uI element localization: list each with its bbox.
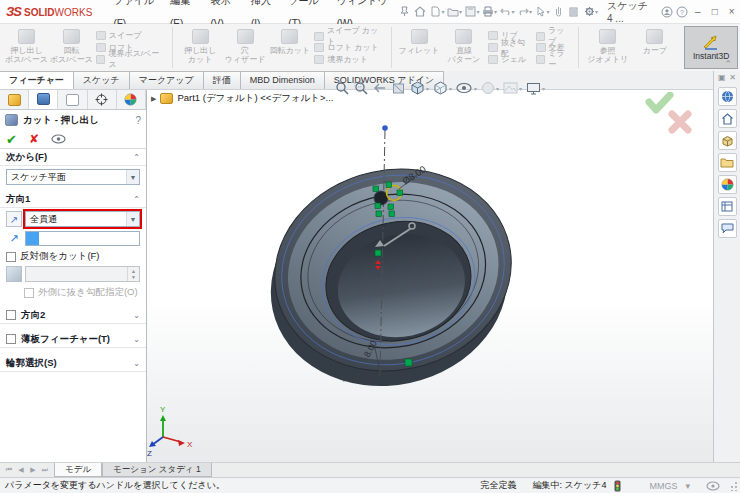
- print-icon[interactable]: [482, 4, 495, 20]
- fillet-button[interactable]: フィレット: [397, 26, 442, 69]
- open-dropdown-icon[interactable]: ▾: [459, 8, 462, 15]
- thin-feature-checkbox[interactable]: [6, 334, 16, 344]
- axis-endpoint[interactable]: [382, 125, 388, 131]
- feature-tree-tab[interactable]: [0, 90, 29, 109]
- lofted-cut-button[interactable]: ロフト カット: [314, 42, 383, 54]
- tab-markup[interactable]: マークアップ: [129, 71, 204, 89]
- motion-study-tab[interactable]: モーション スタディ 1: [102, 463, 212, 477]
- options-gear-icon[interactable]: [582, 4, 595, 20]
- custom-properties-icon[interactable]: [718, 197, 737, 216]
- from-section-header[interactable]: 次から(F) ⌃: [0, 149, 146, 166]
- units-dropdown-icon[interactable]: ▾: [685, 481, 690, 491]
- cancel-button[interactable]: ✘: [29, 132, 39, 146]
- pin-menu-icon[interactable]: [398, 4, 411, 20]
- extruded-boss-button[interactable]: 押し出し ボス/ベース: [4, 26, 49, 69]
- boundary-boss-button[interactable]: 境界ボス/ベース: [96, 53, 165, 65]
- mirror-button[interactable]: ミラー: [536, 53, 572, 65]
- reverse-direction-button[interactable]: ↗: [6, 211, 22, 227]
- last-tab-icon[interactable]: ⏭: [39, 466, 51, 474]
- hole-wizard-button[interactable]: 穴 ウィザード: [223, 26, 268, 69]
- direction1-collapse-chevron[interactable]: ⌃: [133, 195, 140, 204]
- flip-side-checkbox-row[interactable]: 反対側をカット(F): [6, 250, 140, 263]
- search-doc-label[interactable]: スケッチ4 ...: [607, 0, 651, 24]
- selected-contours-section-header[interactable]: 輪郭選択(S) ⌄: [0, 355, 146, 372]
- save-dropdown-icon[interactable]: ▾: [476, 8, 479, 15]
- redo-dropdown-icon[interactable]: ▾: [529, 8, 532, 15]
- open-icon[interactable]: [447, 4, 460, 20]
- graphics-viewport[interactable]: ▶ Part1 (デフォルト) <<デフォルト>... ▾ ▾ ▾ ▾ ▾ ▾: [147, 90, 713, 470]
- undo-dropdown-icon[interactable]: ▾: [511, 8, 514, 15]
- direction2-section-header[interactable]: 方向2 ⌄: [0, 307, 146, 324]
- quick-tips-icon[interactable]: [706, 481, 720, 491]
- draft-angle-spinbox[interactable]: ▲▼: [25, 266, 140, 282]
- depth-handle[interactable]: [375, 250, 381, 256]
- taskpane-pin-icon[interactable]: ▣: [718, 73, 726, 82]
- model-canvas[interactable]: Ø8.00 8.00 Y X Z: [147, 90, 713, 470]
- prev-tab-icon[interactable]: ◀: [15, 466, 27, 474]
- linear-pattern-button[interactable]: 直線 パターン: [441, 26, 486, 69]
- preview-eye-icon[interactable]: [51, 134, 66, 144]
- resize-grip[interactable]: [728, 481, 738, 491]
- tab-nav-buttons[interactable]: ⏮ ◀ ▶ ⏭: [0, 463, 54, 477]
- help-icon[interactable]: ?: [675, 4, 688, 20]
- new-document-icon[interactable]: [429, 4, 442, 20]
- attachment-icon[interactable]: [552, 4, 565, 20]
- pm-help-icon[interactable]: ?: [135, 115, 141, 126]
- revolved-boss-button[interactable]: 回転 ボス/ベース: [49, 26, 94, 69]
- configuration-manager-tab[interactable]: [58, 90, 87, 109]
- save-icon[interactable]: [464, 4, 477, 20]
- display-manager-tab[interactable]: [117, 90, 146, 109]
- dimxpert-tab[interactable]: [88, 90, 117, 109]
- select-cursor-icon[interactable]: [534, 4, 547, 20]
- units-indicator[interactable]: MMGS: [649, 481, 677, 491]
- flip-side-checkbox[interactable]: [6, 252, 16, 262]
- direction1-section-header[interactable]: 方向1 ⌃: [0, 191, 146, 208]
- end-condition-dropdown-icon[interactable]: ▼: [126, 212, 139, 226]
- appearances-scenes-icon[interactable]: [718, 175, 737, 194]
- design-library-icon[interactable]: [718, 109, 737, 128]
- boundary-cut-button[interactable]: 境界カット: [314, 54, 383, 66]
- from-dropdown-icon[interactable]: ▼: [126, 170, 139, 184]
- home-icon[interactable]: [414, 4, 427, 20]
- account-icon[interactable]: [660, 4, 673, 20]
- select-dropdown-icon[interactable]: ▾: [546, 8, 549, 15]
- minimize-button[interactable]: –: [689, 6, 706, 17]
- undo-icon[interactable]: [499, 4, 512, 20]
- tab-sketch[interactable]: スケッチ: [73, 71, 130, 89]
- forum-icon[interactable]: [718, 219, 737, 238]
- draft-button[interactable]: 抜き勾配: [488, 42, 531, 54]
- edge-handle[interactable]: [405, 359, 412, 366]
- from-condition-select[interactable]: スケッチ平面 ▼: [6, 169, 140, 185]
- property-manager-tab[interactable]: [29, 90, 58, 109]
- first-tab-icon[interactable]: ⏮: [3, 466, 15, 474]
- direction2-checkbox[interactable]: [6, 310, 16, 320]
- swept-cut-button[interactable]: スイープ カット: [314, 30, 383, 42]
- swept-boss-button[interactable]: スイープ: [96, 30, 165, 42]
- ribbon-collapse-chevron[interactable]: ⌃: [724, 59, 732, 69]
- tab-mbd-dimension[interactable]: MBD Dimension: [240, 71, 325, 89]
- maximize-button[interactable]: □: [706, 6, 723, 17]
- tab-features[interactable]: フィーチャー: [0, 71, 74, 89]
- thin-feature-expand-chevron[interactable]: ⌄: [133, 335, 140, 344]
- thin-feature-section-header[interactable]: 薄板フィーチャー(T) ⌄: [0, 331, 146, 348]
- print-dropdown-icon[interactable]: ▾: [494, 8, 497, 15]
- shell-button[interactable]: シェル: [488, 54, 531, 66]
- revolved-cut-button[interactable]: 回転カット: [267, 26, 312, 69]
- end-condition-select[interactable]: 全貫通 ▼: [25, 211, 140, 227]
- spinner-arrows[interactable]: ▲▼: [127, 267, 139, 281]
- redo-icon[interactable]: [517, 4, 530, 20]
- model-tab[interactable]: モデル: [54, 463, 102, 477]
- selected-contours-expand-chevron[interactable]: ⌄: [133, 359, 140, 368]
- file-explorer-icon[interactable]: [718, 153, 737, 172]
- next-tab-icon[interactable]: ▶: [27, 466, 39, 474]
- taskpane-close-icon[interactable]: ✕: [729, 73, 736, 82]
- from-collapse-chevron[interactable]: ⌃: [133, 153, 140, 162]
- close-button[interactable]: ×: [723, 6, 740, 17]
- options-dropdown-icon[interactable]: ▾: [595, 8, 598, 15]
- wrap-button[interactable]: ラップ: [536, 30, 572, 42]
- direction-reference-field[interactable]: [25, 231, 140, 246]
- tab-evaluate[interactable]: 評価: [203, 71, 241, 89]
- new-dropdown-icon[interactable]: ▾: [441, 8, 444, 15]
- extruded-cut-button[interactable]: 押し出し カット: [178, 26, 223, 69]
- toolbox-icon[interactable]: [718, 131, 737, 150]
